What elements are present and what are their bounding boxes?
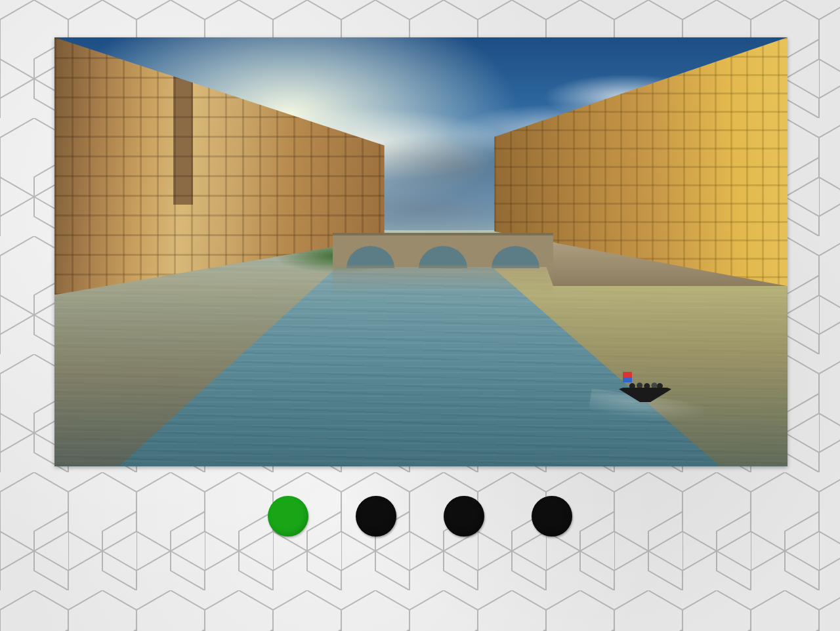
image-carousel	[54, 37, 788, 466]
carousel-pagination	[0, 496, 840, 537]
boat-icon	[619, 372, 671, 402]
carousel-dot-1[interactable]	[268, 496, 308, 537]
carousel-slide-image	[54, 37, 788, 466]
carousel-dot-3[interactable]	[444, 496, 484, 537]
carousel-dot-2[interactable]	[356, 496, 396, 537]
carousel-dot-4[interactable]	[532, 496, 572, 537]
